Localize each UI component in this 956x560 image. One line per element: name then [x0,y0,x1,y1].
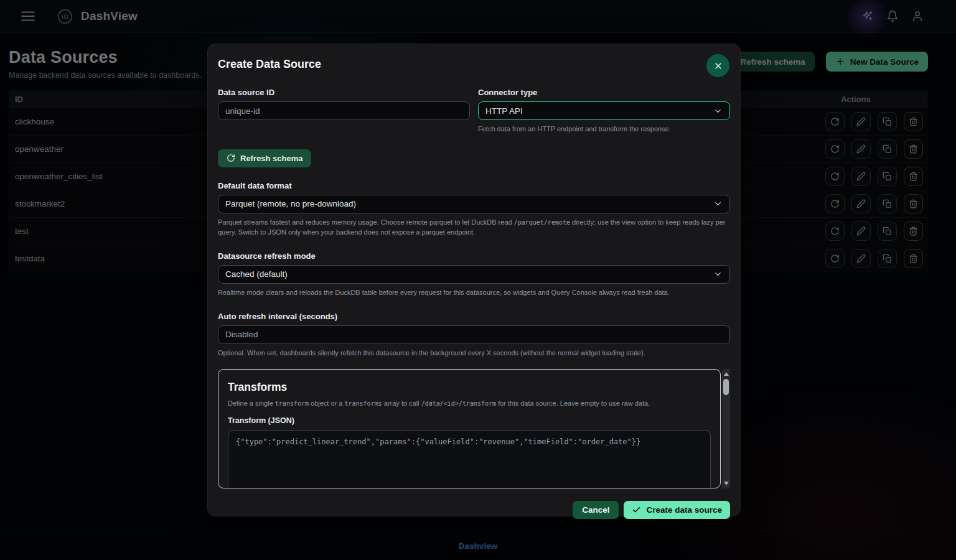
scroll-down-arrow[interactable] [724,482,729,485]
transforms-scroll-area: Transforms Define a single transform obj… [218,369,730,488]
default-data-format-value: Parquet (remote, no pre-download) [225,199,356,208]
modal-top-grid: Data source ID Connector type HTTP API F… [218,88,730,134]
transform-json-textarea[interactable] [228,430,711,488]
create-data-source-button[interactable]: Create data source [624,501,730,519]
auto-refresh-helper: Optional. When set, dashboards silently … [218,348,730,358]
default-data-format-label: Default data format [218,181,730,190]
auto-refresh-field-group: Auto refresh interval (seconds) Optional… [218,312,730,358]
modal-close-button[interactable] [706,54,729,77]
modal-title: Create Data Source [218,58,730,71]
connector-type-field-group: Connector type HTTP API Fetch data from … [478,88,730,134]
refresh-mode-helper: Realtime mode clears and reloads the Duc… [218,288,730,298]
scrollbar-thumb[interactable] [723,379,729,395]
connector-type-label: Connector type [478,88,730,97]
create-data-source-label: Create data source [646,505,722,515]
close-icon [713,61,723,71]
create-data-source-modal: Create Data Source Data source ID Connec… [207,44,741,516]
auto-refresh-label: Auto refresh interval (seconds) [218,312,730,321]
data-source-id-field-group: Data source ID [218,88,470,134]
connector-type-helper: Fetch data from an HTTP endpoint and tra… [478,124,730,134]
transforms-helper: Define a single transform object or a tr… [228,399,711,407]
default-data-format-select[interactable]: Parquet (remote, no pre-download) [218,195,730,213]
chevron-down-icon [713,269,723,279]
chevron-down-icon [713,106,723,116]
cancel-button[interactable]: Cancel [573,501,619,519]
default-data-format-field-group: Default data format Parquet (remote, no … [218,181,730,238]
chevron-down-icon [713,199,723,208]
refresh-mode-select[interactable]: Cached (default) [218,265,730,284]
modal-footer: Cancel Create data source [218,501,730,519]
refresh-mode-label: Datasource refresh mode [218,251,730,261]
transforms-title: Transforms [228,381,711,394]
modal-refresh-schema-button[interactable]: Refresh schema [218,149,311,167]
check-icon [632,505,641,515]
auto-refresh-input[interactable] [218,325,730,344]
refresh-icon [227,154,235,162]
scrollbar[interactable] [722,369,730,488]
transform-json-label: Transform (JSON) [228,416,711,425]
data-source-id-label: Data source ID [218,88,470,97]
data-source-id-input[interactable] [218,101,470,120]
connector-type-select[interactable]: HTTP API [478,101,730,120]
scroll-up-arrow[interactable] [724,372,729,376]
refresh-mode-value: Cached (default) [225,269,288,279]
refresh-mode-field-group: Datasource refresh mode Cached (default)… [218,251,730,298]
connector-type-value: HTTP API [485,106,523,116]
modal-refresh-schema-label: Refresh schema [240,154,302,163]
app-root: DashView [0,0,956,560]
default-data-format-helper: Parquet streams fastest and reduces memo… [218,218,730,238]
transforms-panel: Transforms Define a single transform obj… [218,369,721,488]
